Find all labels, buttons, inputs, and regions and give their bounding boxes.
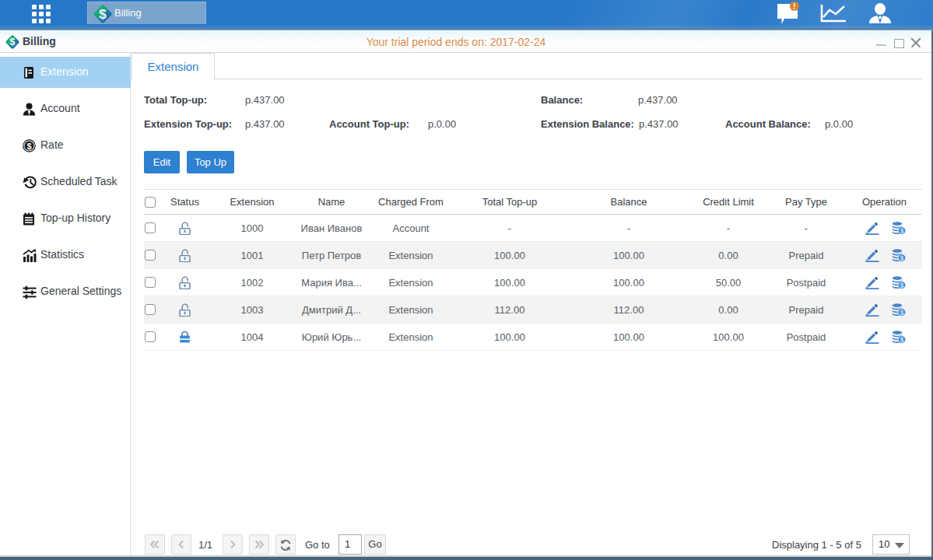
svg-text:!: ! — [793, 2, 795, 11]
svg-text:$: $ — [900, 309, 904, 317]
svg-text:$: $ — [99, 7, 107, 22]
svg-text:$: $ — [10, 37, 16, 47]
svg-text:$: $ — [26, 142, 31, 151]
svg-text:$: $ — [900, 336, 904, 344]
svg-text:$: $ — [900, 254, 904, 262]
svg-text:$: $ — [900, 227, 904, 235]
svg-text:$: $ — [900, 282, 904, 289]
